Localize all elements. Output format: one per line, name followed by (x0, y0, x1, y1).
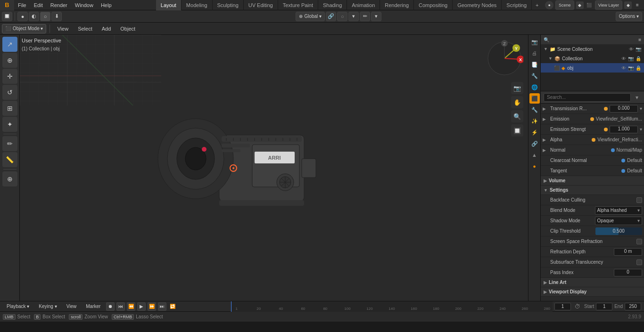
filter-icon[interactable]: ≡ (634, 1, 641, 9)
tab-modeling[interactable]: Modeling (182, 0, 213, 10)
current-frame-input[interactable] (554, 303, 571, 310)
viewport-object-menu[interactable]: Object (116, 24, 139, 34)
tab-texture-paint[interactable]: Texture Paint (278, 0, 318, 10)
object-mode-selector[interactable]: ⬛ Object Mode ▾ (2, 24, 46, 33)
blend-mode-dropdown[interactable]: Alpha Hashed ▾ (595, 206, 643, 215)
tool-annotate[interactable]: ✏ (2, 136, 17, 151)
tab-layout[interactable]: Layout (156, 0, 182, 10)
outliner-scene-collection[interactable]: ▼ 📁 Scene Collection 👁 📷 (541, 44, 644, 54)
loop-icon[interactable]: 🔁 (168, 302, 177, 311)
prop-scene-icon[interactable]: 🔧 (529, 71, 540, 81)
grease-arrow-icon[interactable]: ▾ (371, 12, 381, 21)
viewport-add-menu[interactable]: Add (98, 24, 115, 34)
obj-render-icon[interactable]: 📷 (628, 65, 634, 71)
volume-section[interactable]: ▶ Volume (541, 176, 644, 186)
transmission-value[interactable]: 0.000 (610, 105, 638, 113)
tool-cursor[interactable]: ⊕ (2, 53, 17, 68)
view-layer-options-icon[interactable]: ◆ (624, 1, 632, 9)
obj-lock-icon[interactable]: 🔒 (636, 65, 641, 71)
tool-select[interactable]: ↗ (2, 37, 17, 52)
outliner-collection[interactable]: ▼ 📦 Collection 👁 📷 🔒 (541, 54, 644, 63)
add-tab-button[interactable]: + (532, 0, 542, 10)
properties-search-input[interactable] (544, 93, 631, 102)
menu-help[interactable]: Help (97, 0, 116, 10)
prop-constraint-icon[interactable]: 🔗 (529, 138, 540, 149)
prop-physics-icon[interactable]: ⚡ (529, 127, 540, 138)
proportional-falloff-icon[interactable]: ▾ (348, 12, 359, 21)
scene-selector-icon[interactable]: ● (545, 1, 553, 9)
prop-data-icon[interactable]: ▲ (529, 150, 540, 160)
obj-visibility-icon[interactable]: 👁 (621, 65, 626, 71)
shadow-mode-dropdown[interactable]: Opaque ▾ (595, 217, 643, 225)
start-frame-input[interactable] (596, 303, 612, 310)
tab-animation[interactable]: Animation (347, 0, 380, 10)
record-button[interactable]: ⏺ (106, 302, 115, 311)
tool-scale[interactable]: ⊞ (2, 101, 17, 116)
tool-transform[interactable]: ✦ (2, 117, 17, 132)
view-camera-icon[interactable]: 📷 (511, 82, 523, 94)
gpencil-icon[interactable]: ✏ (360, 12, 370, 21)
transmission-options-icon[interactable]: ▾ (640, 106, 642, 111)
pass-index-value[interactable]: 0 (614, 269, 642, 276)
ssr-checkbox[interactable] (636, 239, 642, 244)
tab-geometry-nodes[interactable]: Geometry Nodes (453, 0, 502, 10)
scene-selector[interactable]: Scene (555, 0, 574, 10)
timeline-keying-menu[interactable]: Keying ▾ (35, 301, 60, 312)
viewport-select-menu[interactable]: Select (74, 24, 96, 34)
app-logo[interactable]: B (0, 0, 14, 10)
scene-options-icon[interactable]: ◆ (576, 1, 584, 9)
end-frame-input[interactable] (625, 303, 641, 310)
timeline-view-menu[interactable]: View (63, 301, 81, 312)
viewport-shading-solid[interactable]: ● (17, 12, 28, 21)
transform-pivot[interactable]: ⊕ Global ▾ (296, 12, 325, 21)
prop-output-icon[interactable]: 🖨 (529, 48, 540, 58)
menu-file[interactable]: File (14, 0, 30, 10)
line-art-section[interactable]: ▶ Line Art (541, 278, 644, 287)
tool-measure[interactable]: 📏 (2, 152, 17, 167)
viewport-type-icon[interactable]: 🔲 (2, 12, 12, 21)
prop-modifier-icon[interactable]: 🔧 (529, 105, 540, 115)
tab-compositing[interactable]: Compositing (414, 0, 453, 10)
tool-add[interactable]: ⊕ (2, 171, 17, 186)
tab-uv-editing[interactable]: UV Editing (244, 0, 278, 10)
backface-culling-checkbox[interactable] (636, 197, 642, 203)
settings-section[interactable]: ▼ Settings (541, 186, 644, 195)
skip-start-button[interactable]: ⏮ (116, 302, 125, 311)
timeline-playback-menu[interactable]: Playback ▾ (3, 301, 33, 312)
visibility-icon[interactable]: 👁 (629, 47, 634, 52)
options-btn[interactable]: Options ▾ (616, 12, 642, 21)
render-visibility-icon[interactable]: 📷 (636, 47, 641, 52)
view-layer-selector[interactable]: View Layer (595, 0, 622, 10)
tool-rotate[interactable]: ↺ (2, 85, 17, 100)
prop-world-icon[interactable]: 🌐 (529, 82, 540, 92)
tool-move[interactable]: ✛ (2, 69, 17, 84)
tab-shading[interactable]: Shading (318, 0, 347, 10)
viewport-shading-options[interactable]: ⬇ (51, 12, 62, 21)
viewport[interactable]: ARRI User Perspective (1) Collection | o… (20, 35, 528, 301)
col-visibility-icon[interactable]: 👁 (621, 56, 626, 61)
prop-render-icon[interactable]: 📷 (529, 37, 540, 47)
clip-threshold-slider[interactable]: 0.500 (595, 227, 643, 235)
prop-material-icon[interactable]: ● (529, 161, 540, 171)
viewport-shading-material[interactable]: ◐ (29, 12, 39, 21)
sst-checkbox[interactable] (636, 259, 642, 265)
timeline-ruler[interactable]: // Will be handled in populate script 12… (231, 301, 553, 312)
prop-particle-icon[interactable]: ✨ (529, 116, 540, 126)
viewport-view-menu[interactable]: View (53, 24, 72, 34)
frame-clock-icon[interactable]: ⏱ (573, 302, 582, 311)
menu-edit[interactable]: Edit (30, 0, 47, 10)
view-zoom-icon[interactable]: 🔍 (511, 110, 523, 122)
tab-scripting[interactable]: Scripting (502, 0, 532, 10)
outliner-obj[interactable]: ⬛ ◆ obj 👁 📷 🔒 (541, 63, 644, 73)
viewport-display-section[interactable]: ▶ Viewport Display (541, 287, 644, 297)
viewport-shading-render[interactable]: ○ (40, 12, 50, 21)
timeline-marker-menu[interactable]: Marker (82, 301, 104, 312)
proportional-edit-icon[interactable]: ○ (337, 12, 347, 21)
next-keyframe-button[interactable]: ⏩ (148, 302, 156, 311)
tab-rendering[interactable]: Rendering (380, 0, 414, 10)
properties-options-icon[interactable]: ▾ (633, 93, 641, 102)
skip-end-button[interactable]: ⏭ (158, 302, 166, 311)
tab-sculpting[interactable]: Sculpting (213, 0, 244, 10)
prop-object-icon[interactable]: ⬛ (529, 93, 540, 104)
viewport-gizmo[interactable]: Y X Z (486, 40, 523, 77)
